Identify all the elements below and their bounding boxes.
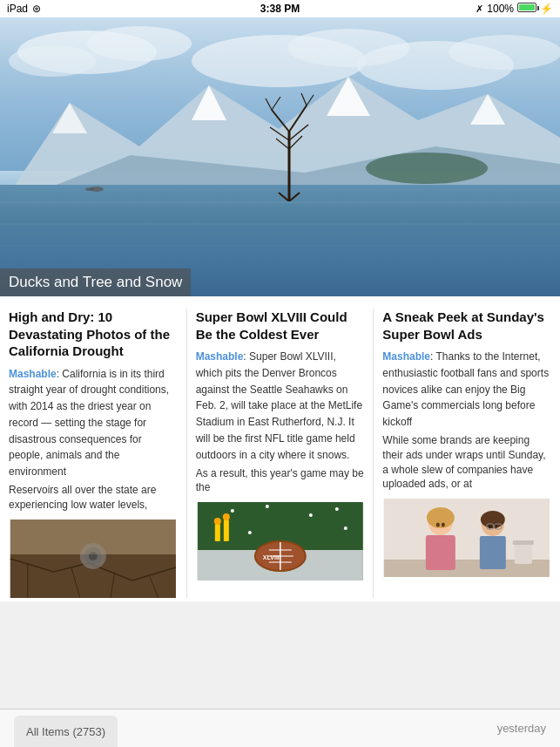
- bluetooth-icon: ✗: [476, 3, 483, 15]
- svg-line-30: [289, 193, 300, 201]
- charging-icon: ⚡: [540, 3, 553, 15]
- wifi-icon: ⊛: [32, 3, 41, 15]
- article-drought-source: Mashable: [9, 368, 57, 380]
- svg-line-23: [266, 98, 272, 110]
- article-superbowl-cold-body2: As a result, this year's game may be the: [196, 466, 365, 496]
- svg-point-63: [335, 507, 339, 511]
- article-superbowl-ads[interactable]: A Sneak Peek at Sunday's Super Bowl Ads …: [374, 309, 551, 598]
- svg-rect-73: [480, 536, 506, 569]
- all-items-tab[interactable]: All Items (2753): [14, 716, 118, 747]
- svg-line-24: [272, 97, 280, 110]
- svg-point-60: [231, 509, 234, 513]
- hero-tree: [263, 88, 315, 201]
- svg-rect-46: [10, 520, 176, 554]
- svg-rect-83: [513, 540, 534, 545]
- device-label: iPad: [7, 3, 28, 15]
- svg-line-25: [301, 93, 307, 105]
- svg-rect-57: [224, 520, 229, 541]
- svg-point-65: [248, 531, 252, 534]
- svg-point-76: [442, 523, 445, 527]
- status-right: ✗ 100% ⚡: [476, 3, 553, 15]
- svg-text:XLVIII: XLVIII: [263, 554, 280, 560]
- svg-point-62: [309, 513, 313, 517]
- svg-rect-56: [215, 524, 220, 541]
- svg-point-71: [427, 507, 455, 528]
- article-superbowl-cold[interactable]: Super Bowl XLVIII Could Be the Coldest E…: [187, 309, 374, 598]
- svg-line-29: [279, 193, 289, 201]
- svg-point-6: [449, 35, 560, 70]
- article-drought-title: High and Dry: 10 Devastating Photos of t…: [9, 309, 178, 360]
- article-drought-body2: Reservoirs all over the state are experi…: [9, 483, 178, 513]
- svg-point-77: [489, 525, 492, 529]
- svg-point-75: [436, 523, 440, 527]
- article-superbowl-ads-body2: While some brands are keeping their ads …: [382, 433, 551, 492]
- status-left: iPad ⊛: [7, 3, 41, 15]
- article-superbowl-cold-title: Super Bowl XLVIII Could Be the Coldest E…: [196, 309, 365, 343]
- svg-point-14: [366, 153, 488, 184]
- svg-rect-70: [426, 535, 455, 570]
- status-time: 3:38 PM: [260, 3, 300, 15]
- bottom-bar: All Items (2753) yesterday: [0, 709, 560, 747]
- svg-line-19: [272, 110, 289, 132]
- article-superbowl-ads-title: A Sneak Peek at Sunday's Super Bowl Ads: [382, 309, 551, 343]
- article-superbowl-ads-thumbnail: [382, 499, 551, 577]
- svg-point-1: [87, 26, 192, 61]
- bird-1: [84, 185, 110, 194]
- svg-point-64: [344, 526, 347, 530]
- article-drought-thumbnail: [9, 520, 178, 598]
- battery-label: 100%: [487, 3, 514, 15]
- article-superbowl-cold-source: Mashable: [196, 350, 244, 363]
- article-drought-body: : California is in its third straight ye…: [9, 368, 169, 479]
- bottom-date: yesterday: [497, 722, 546, 735]
- svg-line-27: [276, 139, 289, 149]
- svg-point-61: [266, 505, 269, 508]
- svg-point-59: [223, 513, 230, 520]
- battery-icon: [517, 3, 536, 15]
- hero-caption: Ducks and Tree and Snow: [0, 268, 191, 296]
- news-grid: High and Dry: 10 Devastating Photos of t…: [0, 296, 560, 601]
- svg-point-32: [85, 187, 94, 191]
- article-superbowl-ads-source: Mashable: [382, 350, 430, 363]
- content-area: Ducks and Tree and Snow High and Dry: 10…: [0, 17, 560, 709]
- status-bar: iPad ⊛ 3:38 PM ✗ 100% ⚡: [0, 0, 560, 17]
- svg-rect-82: [515, 542, 532, 564]
- article-superbowl-cold-thumbnail: XLVIII: [196, 502, 365, 581]
- svg-line-26: [307, 95, 314, 105]
- article-superbowl-cold-body: : Super Bowl XLVIII, which pits the Denv…: [196, 350, 362, 461]
- svg-point-58: [214, 518, 221, 525]
- hero-image[interactable]: Ducks and Tree and Snow: [0, 17, 560, 296]
- article-drought[interactable]: High and Dry: 10 Devastating Photos of t…: [9, 309, 187, 598]
